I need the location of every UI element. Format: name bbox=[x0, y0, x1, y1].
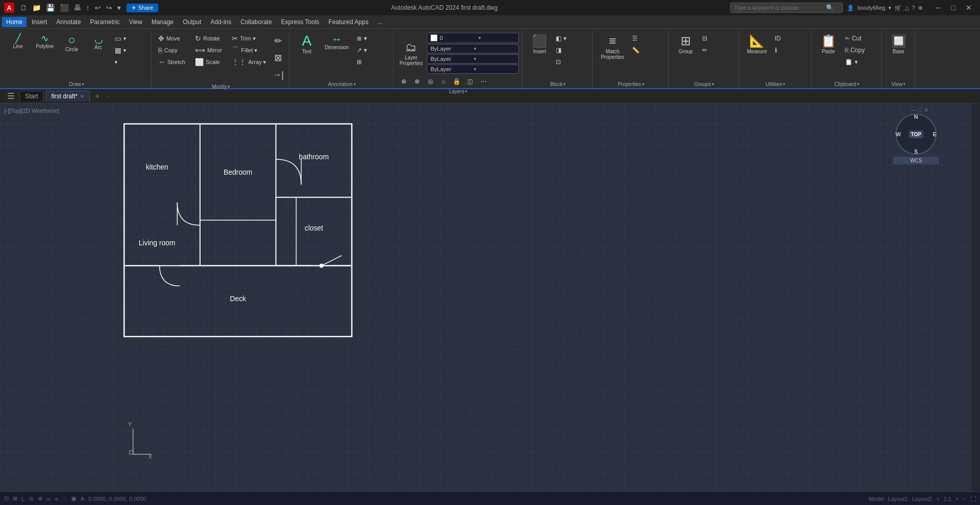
rectangle-button[interactable]: ▭ ▾ bbox=[112, 33, 148, 44]
linetype-dropdown[interactable]: ByLayer ▾ bbox=[427, 54, 519, 64]
status-button[interactable]: ℹ bbox=[772, 45, 808, 56]
color-dropdown[interactable]: ByLayer ▾ bbox=[427, 44, 519, 53]
explode-button[interactable]: ⊠ bbox=[270, 50, 286, 66]
tab-firstdraft-close[interactable]: ✕ bbox=[80, 93, 84, 100]
sidebar-toggle[interactable]: ☰ bbox=[4, 90, 17, 102]
add-layout-button[interactable]: + bbox=[936, 496, 939, 502]
group-button[interactable]: ⊞ Group bbox=[673, 32, 699, 56]
measure-button[interactable]: 📐 Measure bbox=[743, 32, 771, 56]
store-icon[interactable]: 🛒 bbox=[895, 5, 902, 11]
match-properties-button[interactable]: ≡ MatchProperties bbox=[597, 32, 628, 62]
define-attribute-button[interactable]: ◨ bbox=[553, 45, 589, 56]
notifications-icon[interactable]: △ bbox=[905, 5, 909, 11]
hatch-button[interactable]: ▦ ▾ bbox=[112, 45, 148, 56]
view-chevron[interactable]: ▾ bbox=[903, 82, 905, 87]
modify-chevron[interactable]: ▾ bbox=[228, 85, 230, 89]
annotation-chevron[interactable]: ▾ bbox=[354, 82, 356, 87]
layer-tool-2[interactable]: ⊗ bbox=[411, 75, 423, 88]
scale-button[interactable]: ⬜ Scale bbox=[192, 56, 228, 68]
block-chevron[interactable]: ▾ bbox=[563, 82, 565, 87]
layer-tool-3[interactable]: ◎ bbox=[424, 75, 437, 88]
block-editor-button[interactable]: ⊡ bbox=[553, 56, 589, 68]
arc-button[interactable]: ◡ Arc bbox=[85, 32, 111, 52]
clipboard-chevron[interactable]: ▾ bbox=[857, 82, 859, 87]
user-dropdown[interactable]: ▾ bbox=[888, 5, 891, 11]
insert-button[interactable]: ⬛ Insert bbox=[527, 32, 552, 56]
close-button[interactable]: ✕ bbox=[962, 2, 976, 13]
compass-wcs-button[interactable]: WCS bbox=[893, 157, 939, 164]
layer-tool-1[interactable]: ⊕ bbox=[398, 75, 410, 88]
right-panel[interactable] bbox=[971, 103, 980, 492]
tab-firstdraft[interactable]: first draft* ✕ bbox=[46, 91, 90, 101]
menu-addins[interactable]: Add-ins bbox=[206, 17, 235, 27]
erase-button[interactable]: ✏ bbox=[270, 33, 286, 49]
save-icon[interactable]: 💾 bbox=[45, 3, 56, 13]
redo-icon[interactable]: ↪ bbox=[104, 3, 114, 13]
layer-tool-4[interactable]: ☼ bbox=[438, 75, 450, 88]
fullscreen-button[interactable]: ⛶ bbox=[970, 496, 976, 502]
compass-center[interactable]: TOP bbox=[909, 131, 923, 138]
menu-express-tools[interactable]: Express Tools bbox=[277, 17, 323, 27]
line-button[interactable]: ╱ Line bbox=[5, 32, 31, 51]
polyline-button[interactable]: ∿ Polyline bbox=[32, 32, 58, 51]
maximize-button[interactable]: □ bbox=[946, 2, 961, 13]
create-block-button[interactable]: ◧ ▾ bbox=[553, 33, 589, 44]
lineweight-dropdown[interactable]: ByLayer ▾ bbox=[427, 65, 519, 74]
zoom-in-button[interactable]: + bbox=[955, 496, 959, 502]
open-icon[interactable]: 📁 bbox=[31, 3, 42, 13]
share-button[interactable]: ✈ Share bbox=[126, 4, 158, 12]
mtext-button[interactable]: ≣ ▾ bbox=[354, 33, 390, 44]
layer-tool-7[interactable]: ⋯ bbox=[477, 75, 490, 88]
menu-more[interactable]: ... bbox=[374, 17, 387, 27]
snap-toggle[interactable]: ⊡ bbox=[4, 495, 9, 502]
layers-chevron[interactable]: ▾ bbox=[465, 89, 467, 94]
otrack-toggle[interactable]: ∞ bbox=[47, 496, 51, 502]
layer-tool-5[interactable]: 🔒 bbox=[451, 75, 463, 88]
help-icon[interactable]: ? bbox=[912, 5, 915, 11]
tab-add-button[interactable]: + bbox=[92, 91, 103, 102]
print-icon[interactable]: 🖶 bbox=[72, 3, 82, 13]
group-edit-button[interactable]: ✏ bbox=[700, 45, 735, 56]
polar-toggle[interactable]: ◎ bbox=[29, 495, 34, 502]
osnap-toggle[interactable]: ⊕ bbox=[38, 495, 42, 502]
annotation-scale[interactable]: A bbox=[80, 496, 84, 502]
menu-home[interactable]: Home bbox=[2, 17, 27, 27]
layout2-tab[interactable]: Layout2 bbox=[912, 496, 932, 502]
ungroup-button[interactable]: ⊟ bbox=[700, 33, 735, 44]
paste-button[interactable]: 📋 Paste bbox=[816, 32, 841, 56]
grid-toggle[interactable]: ⊞ bbox=[13, 495, 17, 502]
menu-featured-apps[interactable]: Featured Apps bbox=[324, 17, 373, 27]
layer-dropdown[interactable]: 0 ▾ bbox=[427, 33, 519, 43]
new-icon[interactable]: 🗋 bbox=[18, 3, 29, 13]
trim-button[interactable]: ✂ Trim ▾ bbox=[229, 33, 269, 44]
fillet-button[interactable]: ⌒ Fillet ▾ bbox=[229, 45, 269, 56]
dropdown-icon[interactable]: ▾ bbox=[116, 3, 122, 13]
draw-chevron[interactable]: ▾ bbox=[82, 82, 84, 87]
ortho-toggle[interactable]: L bbox=[21, 496, 25, 502]
leader-button[interactable]: ↗ ▾ bbox=[354, 45, 390, 56]
list-button[interactable]: ☰ bbox=[629, 33, 665, 44]
properties-chevron[interactable]: ▾ bbox=[642, 82, 644, 87]
save-as-icon[interactable]: ⬛ bbox=[58, 3, 70, 13]
model-tab[interactable]: Model bbox=[868, 496, 884, 502]
paste-options-button[interactable]: 📋 ▾ bbox=[842, 56, 878, 68]
measure-tool-button[interactable]: 📏 bbox=[629, 45, 665, 56]
stretch-button[interactable]: ↔ Stretch bbox=[156, 56, 191, 68]
mirror-button[interactable]: ⟺ Mirror bbox=[192, 45, 228, 56]
layout1-tab[interactable]: Layout1 bbox=[888, 496, 908, 502]
tab-start[interactable]: Start bbox=[19, 91, 43, 101]
transparency-toggle[interactable]: ◌ bbox=[62, 495, 67, 502]
circle-button[interactable]: ○ Circle bbox=[59, 32, 84, 54]
search-box[interactable]: 🔍 bbox=[730, 3, 843, 13]
copy-clip-button[interactable]: ⎘ Copy bbox=[842, 45, 878, 56]
array-button[interactable]: ⋮⋮ Array ▾ bbox=[229, 56, 269, 68]
base-button[interactable]: 🔲 Base bbox=[886, 32, 911, 56]
extend-button[interactable]: →| bbox=[270, 67, 286, 83]
undo-icon[interactable]: ↩ bbox=[93, 3, 102, 13]
vp-restore-button[interactable]: □ bbox=[918, 107, 922, 114]
lineweight-toggle[interactable]: ≡ bbox=[55, 496, 58, 502]
vp-close-button[interactable]: ✕ bbox=[924, 107, 929, 114]
selection-toggle[interactable]: ▣ bbox=[71, 495, 76, 502]
table-button[interactable]: ⊞ bbox=[354, 56, 390, 68]
search-icon[interactable]: 🔍 bbox=[826, 4, 834, 11]
